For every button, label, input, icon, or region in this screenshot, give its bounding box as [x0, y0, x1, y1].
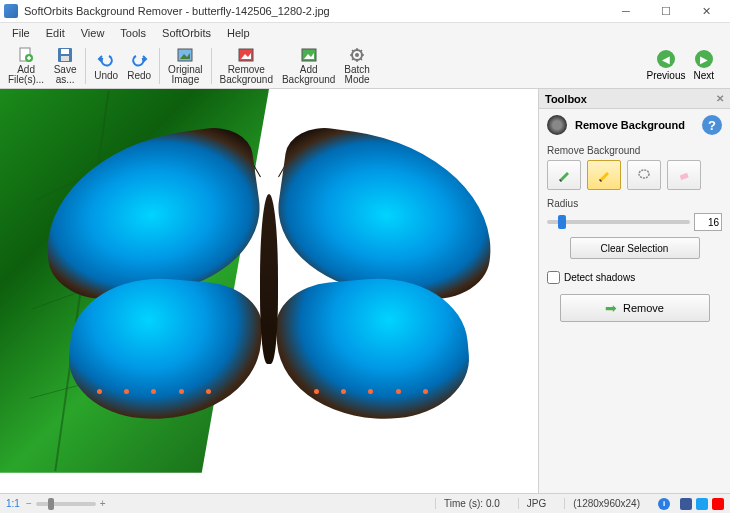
close-button[interactable]: ✕: [686, 0, 726, 22]
menu-edit[interactable]: Edit: [38, 25, 73, 41]
lasso-icon: [637, 168, 651, 182]
remove-label: Remove: [623, 302, 664, 314]
help-icon[interactable]: ?: [702, 115, 722, 135]
previous-label: Previous: [647, 70, 686, 81]
nav-group: ◀ Previous ▶ Next: [647, 50, 714, 81]
menu-softorbits[interactable]: SoftOrbits: [154, 25, 219, 41]
panel-title: Remove Background ?: [539, 109, 730, 141]
toolbar-separator: [159, 48, 160, 84]
zoom-in-icon[interactable]: +: [100, 498, 106, 509]
eraser-icon: [677, 168, 691, 182]
radius-input[interactable]: [694, 213, 722, 231]
status-time: Time (s): 0.0: [435, 498, 508, 509]
maximize-button[interactable]: ☐: [646, 0, 686, 22]
batch-mode-button[interactable]: Batch Mode: [340, 45, 374, 87]
save-as-label: Save as...: [54, 65, 77, 85]
add-files-button[interactable]: Add File(s)...: [4, 45, 48, 87]
marker-section: Remove Background Radius: [539, 141, 730, 269]
toolbar-separator: [211, 48, 212, 84]
radius-slider[interactable]: [547, 220, 690, 224]
menubar: File Edit View Tools SoftOrbits Help: [0, 23, 730, 43]
add-bg-icon: [300, 46, 318, 64]
minimize-button[interactable]: ─: [606, 0, 646, 22]
original-image-label: Original Image: [168, 65, 202, 85]
youtube-icon[interactable]: [712, 498, 724, 510]
redo-button[interactable]: Redo: [123, 45, 155, 87]
detect-shadows-checkbox[interactable]: [547, 271, 560, 284]
status-format: JPG: [518, 498, 554, 509]
redo-label: Redo: [127, 70, 151, 81]
statusbar: 1:1 − + Time (s): 0.0 JPG (1280x960x24) …: [0, 493, 730, 513]
toolbar: Add File(s)... Save as... Undo Redo Orig…: [0, 43, 730, 89]
app-icon: [4, 4, 18, 18]
marker-tools: [547, 160, 722, 190]
twitter-icon[interactable]: [696, 498, 708, 510]
detect-shadows-row: Detect shadows: [539, 269, 730, 286]
original-image-button[interactable]: Original Image: [164, 45, 206, 87]
radius-label: Radius: [547, 198, 722, 209]
clear-selection-button[interactable]: Clear Selection: [570, 237, 700, 259]
zoom-out-icon[interactable]: −: [26, 498, 32, 509]
window-controls: ─ ☐ ✕: [606, 0, 726, 22]
panel-title-label: Remove Background: [575, 119, 685, 131]
menu-file[interactable]: File: [4, 25, 38, 41]
facebook-icon[interactable]: [680, 498, 692, 510]
titlebar: SoftOrbits Background Remover - butterfl…: [0, 0, 730, 23]
add-files-label: Add File(s)...: [8, 65, 44, 85]
save-icon: [56, 46, 74, 64]
menu-tools[interactable]: Tools: [112, 25, 154, 41]
image-icon: [176, 46, 194, 64]
previous-button[interactable]: ◀ Previous: [647, 50, 686, 81]
toolbox-sidebar: Toolbox ✕ Remove Background ? Remove Bac…: [538, 89, 730, 493]
add-background-button[interactable]: Add Background: [278, 45, 339, 87]
previous-icon: ◀: [657, 50, 675, 68]
svg-rect-3: [61, 49, 69, 54]
undo-button[interactable]: Undo: [90, 45, 122, 87]
yellow-marker-button[interactable]: [587, 160, 621, 190]
green-marker-icon: [557, 168, 571, 182]
next-label: Next: [693, 70, 714, 81]
toolbox-header: Toolbox ✕: [539, 89, 730, 109]
toolbox-header-label: Toolbox: [545, 93, 587, 105]
radius-slider-thumb[interactable]: [558, 215, 566, 229]
undo-label: Undo: [94, 70, 118, 81]
remove-background-button[interactable]: Remove Background: [216, 45, 277, 87]
remove-bg-label: Remove Background: [220, 65, 273, 85]
image-preview: [0, 89, 538, 493]
status-right: Time (s): 0.0 JPG (1280x960x24) i: [435, 498, 724, 510]
batch-mode-label: Batch Mode: [344, 65, 370, 85]
save-as-button[interactable]: Save as...: [49, 45, 81, 87]
redo-icon: [130, 51, 148, 69]
zoom-ratio[interactable]: 1:1: [6, 498, 20, 509]
toolbar-separator: [85, 48, 86, 84]
status-dimensions: (1280x960x24): [564, 498, 648, 509]
radius-slider-row: [547, 213, 722, 231]
gear-icon: [348, 46, 366, 64]
undo-icon: [97, 51, 115, 69]
window-title: SoftOrbits Background Remover - butterfl…: [24, 5, 606, 17]
svg-point-13: [639, 170, 649, 178]
toolbox-close-icon[interactable]: ✕: [716, 93, 724, 104]
next-icon: ▶: [695, 50, 713, 68]
lasso-tool-button[interactable]: [627, 160, 661, 190]
green-marker-button[interactable]: [547, 160, 581, 190]
arrow-right-icon: ➡: [605, 300, 617, 316]
canvas-area[interactable]: [0, 89, 538, 493]
svg-rect-14: [680, 173, 689, 180]
yellow-marker-icon: [597, 168, 611, 182]
zoom-slider-thumb[interactable]: [48, 498, 54, 510]
menu-help[interactable]: Help: [219, 25, 258, 41]
eraser-button[interactable]: [667, 160, 701, 190]
remove-bg-panel-icon: [547, 115, 567, 135]
zoom-slider[interactable]: [36, 502, 96, 506]
remove-bg-icon: [237, 46, 255, 64]
svg-point-12: [355, 53, 359, 57]
add-file-icon: [17, 46, 35, 64]
content-area: Toolbox ✕ Remove Background ? Remove Bac…: [0, 89, 730, 493]
butterfly-subject: [43, 137, 495, 420]
info-icon[interactable]: i: [658, 498, 670, 510]
menu-view[interactable]: View: [73, 25, 113, 41]
remove-button[interactable]: ➡ Remove: [560, 294, 710, 322]
social-icons: [680, 498, 724, 510]
next-button[interactable]: ▶ Next: [693, 50, 714, 81]
